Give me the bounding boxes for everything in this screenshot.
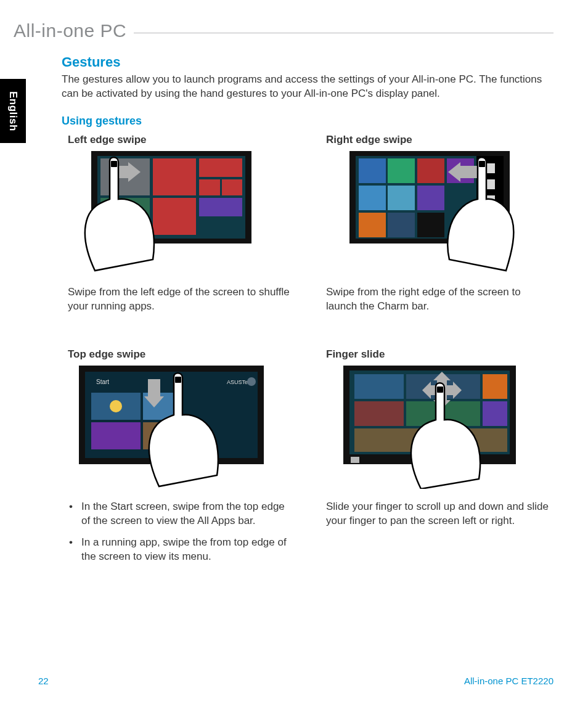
gesture-left-edge: Left edge swipe	[62, 134, 295, 314]
page-content: Gestures The gestures allow you to launc…	[62, 54, 553, 571]
svg-rect-24	[417, 213, 444, 237]
section-title: Gestures	[62, 54, 553, 70]
svg-rect-8	[153, 198, 196, 235]
svg-rect-3	[153, 158, 196, 195]
section-intro: The gestures allow you to launch program…	[62, 73, 553, 101]
page-header: All-in-one PC	[14, 18, 553, 43]
svg-rect-43	[148, 379, 160, 396]
product-line-title: All-in-one PC	[14, 20, 134, 41]
svg-rect-50	[483, 374, 507, 399]
gesture-caption: Swipe from the right edge of the screen …	[326, 285, 553, 314]
gesture-title: Right edge swipe	[326, 134, 553, 146]
svg-rect-4	[199, 158, 242, 177]
bullet-item: In a running app, swipe the from top edg…	[68, 536, 295, 564]
svg-rect-21	[417, 186, 444, 210]
svg-rect-53	[483, 401, 507, 426]
svg-point-37	[247, 377, 256, 386]
gesture-bullets: In the Start screen, swipe from the top …	[68, 500, 295, 564]
gesture-title: Top edge swipe	[68, 348, 295, 361]
section-subheading: Using gestures	[62, 115, 553, 128]
gesture-illustration	[337, 151, 522, 274]
bullet-item: In the Start screen, swipe from the top …	[68, 500, 295, 528]
svg-rect-23	[388, 213, 415, 237]
svg-rect-45	[175, 377, 181, 383]
svg-rect-6	[222, 179, 242, 195]
gesture-illustration: Start ASUSTeK	[79, 366, 264, 489]
svg-text:Start: Start	[96, 379, 109, 385]
svg-rect-17	[417, 158, 444, 183]
gesture-illustration	[79, 151, 264, 274]
gesture-illustration	[337, 366, 522, 489]
svg-rect-48	[354, 374, 404, 399]
svg-rect-15	[359, 158, 386, 183]
gesture-title: Finger slide	[326, 348, 553, 361]
gesture-right-edge: Right edge swipe	[320, 134, 553, 314]
svg-rect-55	[351, 457, 359, 463]
svg-point-42	[110, 400, 122, 412]
svg-rect-5	[199, 179, 220, 195]
svg-rect-22	[359, 213, 386, 237]
svg-rect-20	[388, 186, 415, 210]
svg-rect-62	[437, 387, 443, 393]
svg-rect-16	[388, 158, 415, 183]
svg-rect-9	[199, 198, 242, 216]
language-tab: English	[0, 79, 26, 143]
svg-rect-51	[354, 401, 404, 426]
footer-model: All-in-one PC ET2220	[464, 676, 553, 686]
svg-rect-32	[479, 161, 485, 167]
page-number: 22	[38, 676, 49, 686]
gesture-finger-slide: Finger slide	[320, 348, 553, 571]
gesture-title: Left edge swipe	[68, 134, 295, 146]
svg-rect-30	[460, 166, 479, 178]
gesture-caption: Slide your finger to scroll up and down …	[326, 500, 553, 528]
gesture-top-edge: Top edge swipe Start ASUSTeK	[62, 348, 295, 571]
header-rule	[134, 33, 553, 33]
svg-rect-39	[91, 422, 141, 449]
svg-rect-19	[359, 186, 386, 210]
svg-rect-12	[111, 161, 117, 167]
gesture-caption: Swipe from the left edge of the screen t…	[68, 285, 295, 314]
page-footer: 22 All-in-one PC ET2220	[38, 676, 553, 686]
gestures-grid: Left edge swipe	[62, 134, 553, 571]
